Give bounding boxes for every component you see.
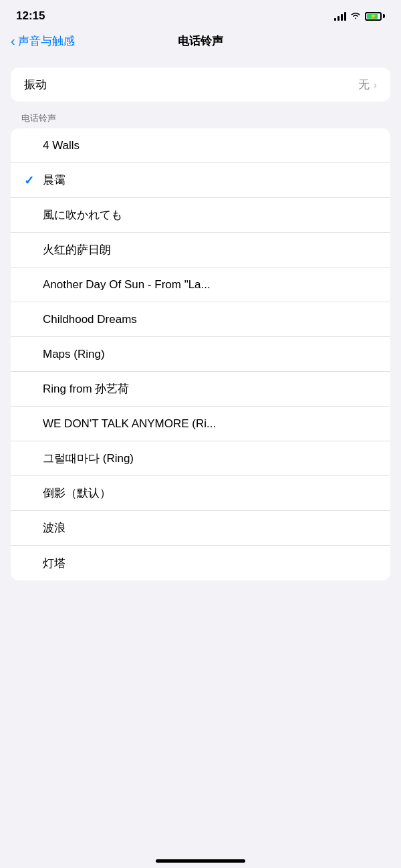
status-bar: 12:15 ⚡ bbox=[0, 0, 401, 28]
ringtone-item[interactable]: Ring from 孙艺荷 bbox=[11, 372, 390, 407]
ringtone-name: 火红的萨日朗 bbox=[43, 242, 377, 257]
back-chevron-icon: ‹ bbox=[11, 34, 15, 47]
status-time: 12:15 bbox=[16, 9, 45, 23]
home-indicator bbox=[156, 859, 245, 863]
ringtone-name: 灯塔 bbox=[43, 556, 377, 571]
ringtone-name: Childhood Dreams bbox=[43, 313, 377, 326]
ringtone-item[interactable]: 倒影（默认） bbox=[11, 476, 390, 511]
vibration-item[interactable]: 振动 无 › bbox=[11, 68, 390, 102]
nav-header: ‹ 声音与触感 电话铃声 bbox=[0, 28, 401, 57]
ringtone-name: Maps (Ring) bbox=[43, 348, 377, 361]
ringtone-section: 电话铃声 4 Walls✓晨霭風に吹かれても火红的萨日朗Another Day … bbox=[0, 112, 401, 580]
ringtone-item[interactable]: WE DON'T TALK ANYMORE (Ri... bbox=[11, 407, 390, 441]
battery-icon: ⚡ bbox=[365, 12, 385, 21]
page-title: 电话铃声 bbox=[178, 33, 223, 49]
ringtone-item[interactable]: 火红的萨日朗 bbox=[11, 233, 390, 267]
vibration-label: 振动 bbox=[24, 77, 358, 92]
ringtone-name: Another Day Of Sun - From "La... bbox=[43, 278, 377, 292]
checkmark-icon: ✓ bbox=[24, 173, 43, 188]
wifi-icon bbox=[350, 10, 361, 22]
ringtone-item[interactable]: 灯塔 bbox=[11, 546, 390, 580]
ringtone-item[interactable]: 風に吹かれても bbox=[11, 198, 390, 233]
ringtone-item[interactable]: Maps (Ring) bbox=[11, 337, 390, 372]
ringtone-name: 波浪 bbox=[43, 520, 377, 536]
ringtone-item[interactable]: Childhood Dreams bbox=[11, 302, 390, 337]
vibration-section: 振动 无 › bbox=[0, 68, 401, 102]
ringtone-name: 그럴때마다 (Ring) bbox=[43, 451, 377, 466]
back-label: 声音与触感 bbox=[18, 33, 75, 49]
ringtone-item[interactable]: ✓晨霭 bbox=[11, 163, 390, 198]
vibration-chevron-icon: › bbox=[374, 79, 377, 90]
vibration-value: 无 bbox=[358, 77, 370, 92]
ringtone-item[interactable]: Another Day Of Sun - From "La... bbox=[11, 267, 390, 302]
ringtone-name: WE DON'T TALK ANYMORE (Ri... bbox=[43, 417, 377, 431]
ringtone-name: 4 Walls bbox=[43, 139, 377, 152]
ringtone-item[interactable]: 그럴때마다 (Ring) bbox=[11, 441, 390, 476]
vibration-card: 振动 无 › bbox=[11, 68, 390, 102]
status-icons: ⚡ bbox=[334, 10, 385, 22]
ringtone-list: 4 Walls✓晨霭風に吹かれても火红的萨日朗Another Day Of Su… bbox=[11, 128, 390, 580]
ringtone-name: Ring from 孙艺荷 bbox=[43, 381, 377, 397]
ringtone-item[interactable]: 波浪 bbox=[11, 511, 390, 546]
ringtone-name: 晨霭 bbox=[43, 173, 377, 188]
signal-icon bbox=[334, 11, 346, 21]
ringtone-name: 倒影（默认） bbox=[43, 485, 377, 501]
ringtone-section-label: 电话铃声 bbox=[0, 112, 401, 124]
ringtone-name: 風に吹かれても bbox=[43, 207, 377, 223]
ringtone-item[interactable]: 4 Walls bbox=[11, 128, 390, 163]
back-button[interactable]: ‹ 声音与触感 bbox=[11, 33, 75, 49]
